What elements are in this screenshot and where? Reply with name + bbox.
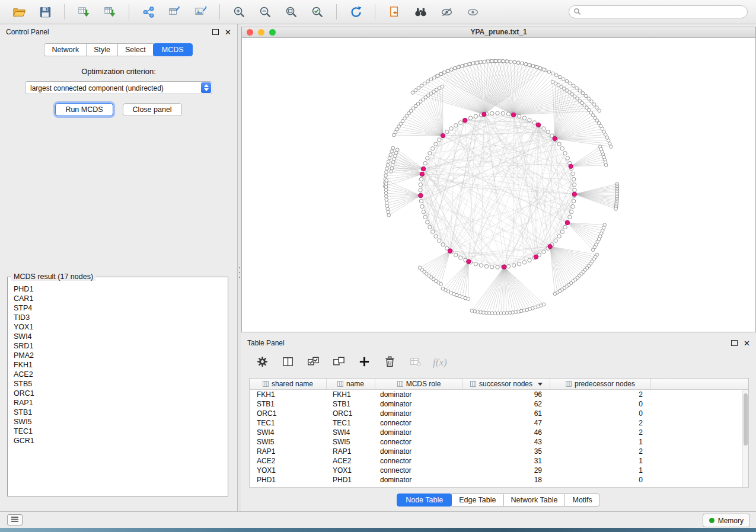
network-window-titlebar[interactable]: YPA_prune.txt_1: [242, 27, 755, 38]
toolbar-group: [138, 2, 211, 21]
panel-list-button[interactable]: [7, 514, 23, 525]
clear-table-button[interactable]: [407, 355, 423, 370]
result-node-item[interactable]: STB1: [14, 408, 227, 417]
tab-edge-table[interactable]: Edge Table: [451, 493, 503, 507]
table-cell: PHD1: [250, 476, 327, 484]
result-node-item[interactable]: RAP1: [14, 398, 227, 408]
minimize-window-icon[interactable]: [258, 29, 264, 36]
result-node-item[interactable]: STB5: [14, 379, 227, 389]
export-image-button[interactable]: [190, 2, 211, 21]
result-node-item[interactable]: SRD1: [14, 341, 227, 351]
result-node-item[interactable]: FKH1: [14, 360, 227, 370]
table-row[interactable]: SWI4SWI4dominator462: [250, 428, 742, 437]
optimization-criterion-value: largest connected component (undirected): [30, 84, 164, 92]
table-row[interactable]: FKH1FKH1dominator962: [250, 390, 742, 399]
column-header-shared-name[interactable]: shared name: [250, 379, 327, 389]
tab-network[interactable]: Network: [44, 43, 87, 56]
delete-entry-button[interactable]: [382, 355, 397, 370]
close-panel-icon[interactable]: ✕: [225, 28, 231, 36]
result-node-item[interactable]: GCR1: [14, 436, 227, 446]
column-header-name[interactable]: name: [327, 379, 375, 389]
table-cell: STB1: [327, 400, 375, 408]
maximize-window-icon[interactable]: [269, 29, 276, 36]
result-node-item[interactable]: ACE2: [14, 370, 227, 379]
close-panel-button[interactable]: Close panel: [123, 103, 182, 116]
search-input[interactable]: [569, 5, 748, 18]
result-node-item[interactable]: ORC1: [14, 389, 227, 398]
export-network-button[interactable]: [138, 2, 159, 21]
table-row[interactable]: PHD1PHD1dominator180: [250, 475, 742, 485]
float-window-icon[interactable]: [731, 340, 738, 346]
zoom-out-button[interactable]: [254, 2, 276, 21]
hide-details-button[interactable]: [436, 2, 457, 21]
run-mcds-button[interactable]: Run MCDS: [55, 103, 113, 116]
result-node-item[interactable]: PHD1: [14, 284, 227, 294]
import-network-button[interactable]: [73, 2, 94, 21]
result-node-item[interactable]: SWI4: [14, 332, 227, 341]
scrollbar-thumb[interactable]: [744, 393, 748, 446]
tab-style[interactable]: Style: [86, 43, 118, 56]
toggle-columns-icon: [281, 355, 295, 368]
table-cell: dominator: [375, 428, 463, 437]
tab-select[interactable]: Select: [117, 43, 154, 56]
save-session-button[interactable]: [34, 2, 56, 21]
result-node-item[interactable]: CAR1: [14, 294, 227, 303]
zoom-fit-button[interactable]: [280, 2, 302, 21]
mcds-result-list[interactable]: PHD1CAR1STP4TID3YOX1SWI4SRD1PMA2FKH1ACE2…: [9, 282, 227, 495]
table-cell: 29: [463, 466, 550, 475]
table-row[interactable]: TEC1TEC1connector472: [250, 418, 742, 428]
table-row[interactable]: STB1STB1dominator620: [250, 399, 742, 409]
result-node-item[interactable]: TID3: [14, 313, 227, 322]
zoom-selected-button[interactable]: [307, 2, 328, 21]
result-node-item[interactable]: TEC1: [14, 427, 227, 436]
add-entry-button[interactable]: [356, 355, 372, 370]
tab-mcds[interactable]: MCDS: [153, 43, 193, 56]
refresh-view-button[interactable]: [345, 2, 366, 21]
table-row[interactable]: ORC1ORC1dominator610: [250, 409, 742, 418]
tab-node-table[interactable]: Node Table: [397, 493, 452, 507]
tab-network-table[interactable]: Network Table: [503, 493, 566, 507]
column-header-predecessor-nodes[interactable]: predecessor nodes: [550, 379, 651, 389]
export-document-button[interactable]: [384, 2, 405, 21]
result-node-item[interactable]: YOX1: [14, 322, 227, 332]
import-table-button[interactable]: [99, 2, 120, 21]
column-header-MCDS-role[interactable]: MCDS role: [375, 379, 463, 389]
column-grid-icon: [263, 381, 269, 387]
table-row[interactable]: SWI5SWI5connector431: [250, 437, 742, 447]
memory-button[interactable]: Memory: [703, 514, 750, 527]
float-window-icon[interactable]: [212, 29, 219, 35]
table-toolbar: f(x): [241, 351, 756, 374]
deselect-all-button[interactable]: [331, 355, 346, 370]
table-cell: 46: [463, 428, 550, 437]
import-network-icon: [77, 5, 91, 19]
result-node-item[interactable]: PMA2: [14, 351, 227, 360]
column-header-label: name: [346, 380, 364, 388]
tab-motifs[interactable]: Motifs: [564, 493, 599, 507]
table-row[interactable]: YOX1YOX1connector291: [250, 466, 742, 475]
search-network-button[interactable]: [410, 2, 431, 21]
table-scrollbar[interactable]: [742, 390, 748, 487]
result-node-item[interactable]: SWI5: [14, 417, 227, 427]
column-header-successor-nodes[interactable]: successor nodes: [463, 379, 550, 389]
close-window-icon[interactable]: [247, 29, 253, 36]
close-panel-icon[interactable]: ✕: [744, 339, 750, 347]
toolbar-group: [73, 2, 120, 21]
function-builder-button[interactable]: f(x): [433, 357, 447, 368]
column-header-label: successor nodes: [479, 380, 532, 388]
optimization-criterion-select[interactable]: largest connected component (undirected): [25, 81, 212, 94]
open-file-button[interactable]: [8, 2, 30, 21]
table-row[interactable]: RAP1RAP1dominator352: [250, 447, 742, 456]
zoom-in-button[interactable]: [228, 2, 250, 21]
export-table-button[interactable]: [164, 2, 185, 21]
table-cell: YOX1: [327, 466, 375, 475]
table-cell: connector: [375, 438, 463, 446]
sort-dropdown-icon[interactable]: [538, 383, 543, 386]
network-canvas[interactable]: [242, 37, 755, 332]
toggle-columns-button[interactable]: [280, 355, 295, 370]
settings-gear-button[interactable]: [254, 355, 270, 370]
show-details-button[interactable]: [462, 2, 483, 21]
select-stepper-icon[interactable]: [201, 82, 211, 93]
table-row[interactable]: ACE2ACE2connector311: [250, 456, 742, 466]
select-all-button[interactable]: [305, 355, 321, 370]
result-node-item[interactable]: STP4: [14, 303, 227, 313]
